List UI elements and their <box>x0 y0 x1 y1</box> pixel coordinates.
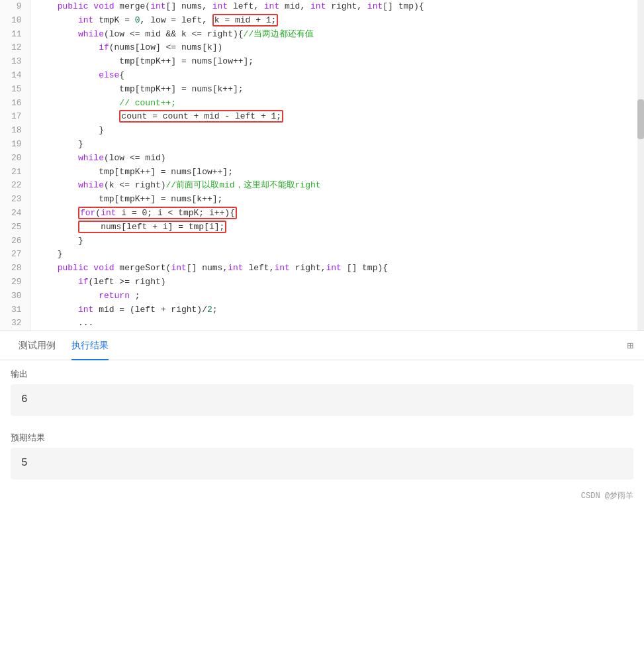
expand-icon[interactable]: ⊞ <box>627 339 633 352</box>
code-content: if(nums[low] <= nums[k]) <box>30 41 644 55</box>
line-row: 26 } <box>0 234 644 248</box>
line-row: 24 for(int i = 0; i < tmpK; i++){ <box>0 207 644 221</box>
line-row: 23 tmp[tmpK++] = nums[k++]; <box>0 193 644 207</box>
line-row: 32 ... <box>0 317 644 331</box>
line-number: 28 <box>0 262 30 276</box>
line-number: 13 <box>0 55 30 69</box>
expected-label: 预期结果 <box>0 424 644 448</box>
scrollbar-track[interactable] <box>637 0 644 331</box>
line-number: 14 <box>0 69 30 83</box>
code-content: } <box>30 234 644 248</box>
code-editor: 9 public void merge(int[] nums, int left… <box>0 0 644 331</box>
line-number: 10 <box>0 14 30 28</box>
code-content: int mid = (left + right)/2; <box>30 303 644 317</box>
code-content: } <box>30 248 644 262</box>
line-number: 21 <box>0 166 30 179</box>
line-number: 15 <box>0 83 30 97</box>
line-number: 27 <box>0 248 30 262</box>
line-row: 21 tmp[tmpK++] = nums[low++]; <box>0 166 644 179</box>
line-row: 28 public void mergeSort(int[] nums,int … <box>0 262 644 276</box>
expected-value: 5 <box>11 448 633 480</box>
code-content: else{ <box>30 69 644 83</box>
main-container: 9 public void merge(int[] nums, int left… <box>0 0 644 665</box>
line-row: 15 tmp[tmpK++] = nums[k++]; <box>0 83 644 97</box>
code-content: } <box>30 124 644 138</box>
line-row: 14 else{ <box>0 69 644 83</box>
line-row: 11 while(low <= mid && k <= right){//当两边… <box>0 28 644 42</box>
code-content: if(left >= right) <box>30 276 644 289</box>
line-number: 18 <box>0 124 30 138</box>
line-row: 19 } <box>0 138 644 152</box>
line-number: 9 <box>0 0 30 14</box>
line-row: 12 if(nums[low] <= nums[k]) <box>0 41 644 55</box>
line-row: 9 public void merge(int[] nums, int left… <box>0 0 644 14</box>
bottom-panel: 测试用例 执行结果 ⊞ 输出 6 预期结果 5 CSDN @梦雨羊 <box>0 331 644 665</box>
tab-exec-result[interactable]: 执行结果 <box>64 331 116 360</box>
output-value: 6 <box>11 384 633 416</box>
line-number: 12 <box>0 41 30 55</box>
line-number: 17 <box>0 110 30 124</box>
code-content: nums[left + i] = tmp[i]; <box>30 221 644 234</box>
line-number: 24 <box>0 207 30 221</box>
code-content: while(k <= right)//前面可以取mid，这里却不能取right <box>30 179 644 193</box>
line-row: 31 int mid = (left + right)/2; <box>0 303 644 317</box>
output-label: 输出 <box>0 360 644 384</box>
line-number: 11 <box>0 28 30 42</box>
code-content: // count++; <box>30 97 644 111</box>
line-row: 22 while(k <= right)//前面可以取mid，这里却不能取rig… <box>0 179 644 193</box>
line-row: 25 nums[left + i] = tmp[i]; <box>0 221 644 234</box>
line-number: 23 <box>0 193 30 207</box>
code-content: ... <box>30 317 644 331</box>
code-content: tmp[tmpK++] = nums[low++]; <box>30 166 644 179</box>
code-content: } <box>30 138 644 152</box>
line-row: 30 return ; <box>0 289 644 303</box>
line-number: 16 <box>0 97 30 111</box>
scrollbar-thumb[interactable] <box>637 99 644 139</box>
line-row: 29 if(left >= right) <box>0 276 644 289</box>
line-row: 27 } <box>0 248 644 262</box>
code-content: for(int i = 0; i < tmpK; i++){ <box>30 207 644 221</box>
tabs-bar: 测试用例 执行结果 ⊞ <box>0 331 644 360</box>
line-number: 31 <box>0 303 30 317</box>
line-number: 26 <box>0 234 30 248</box>
line-number: 30 <box>0 289 30 303</box>
code-content: public void mergeSort(int[] nums,int lef… <box>30 262 644 276</box>
line-row: 13 tmp[tmpK++] = nums[low++]; <box>0 55 644 69</box>
line-row: 17 count = count + mid - left + 1; <box>0 110 644 124</box>
tab-test-cases[interactable]: 测试用例 <box>11 331 64 360</box>
code-content: tmp[tmpK++] = nums[low++]; <box>30 55 644 69</box>
line-number: 32 <box>0 317 30 331</box>
line-row: 10 int tmpK = 0, low = left, k = mid + 1… <box>0 14 644 28</box>
code-content: tmp[tmpK++] = nums[k++]; <box>30 83 644 97</box>
line-number: 22 <box>0 179 30 193</box>
code-content: while(low <= mid && k <= right){//当两边都还有… <box>30 28 644 42</box>
code-content: tmp[tmpK++] = nums[k++]; <box>30 193 644 207</box>
code-content: public void merge(int[] nums, int left, … <box>30 0 644 14</box>
code-table: 9 public void merge(int[] nums, int left… <box>0 0 644 331</box>
line-number: 25 <box>0 221 30 234</box>
line-number: 20 <box>0 152 30 166</box>
line-row: 18 } <box>0 124 644 138</box>
line-row: 20 while(low <= mid) <box>0 152 644 166</box>
line-number: 19 <box>0 138 30 152</box>
line-number: 29 <box>0 276 30 289</box>
code-content: int tmpK = 0, low = left, k = mid + 1; <box>30 14 644 28</box>
code-content: count = count + mid - left + 1; <box>30 110 644 124</box>
csdn-watermark: CSDN @梦雨羊 <box>581 490 633 501</box>
code-content: while(low <= mid) <box>30 152 644 166</box>
code-content: return ; <box>30 289 644 303</box>
footer-bar: CSDN @梦雨羊 <box>0 487 644 504</box>
line-row: 16 // count++; <box>0 97 644 111</box>
